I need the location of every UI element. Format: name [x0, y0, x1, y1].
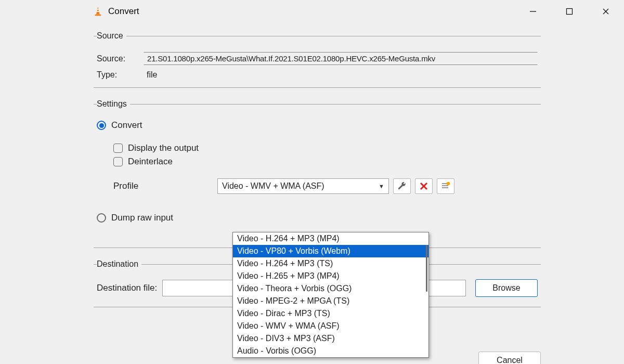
convert-radio-label: Convert	[111, 120, 142, 131]
titlebar: Convert	[0, 0, 624, 23]
profile-option[interactable]: Video - H.264 + MP3 (MP4)	[233, 232, 428, 245]
convert-dialog-window: Convert Source Source: 21.S01.1080p.x265…	[0, 0, 624, 364]
source-legend: Source	[97, 31, 126, 41]
source-value: 21.S01.1080p.x265-MeGusta\What.If.2021.S…	[144, 52, 538, 65]
profile-option[interactable]: Video - MPEG-2 + MPGA (TS)	[233, 295, 428, 307]
wrench-icon	[397, 181, 407, 191]
svg-rect-12	[442, 187, 448, 188]
cancel-button[interactable]: Cancel	[478, 352, 541, 364]
svg-rect-1	[97, 9, 99, 10]
profile-combobox[interactable]: Video - WMV + WMA (ASF) ▼	[217, 178, 389, 194]
window-title: Convert	[108, 6, 139, 17]
svg-point-13	[447, 182, 450, 185]
deinterlace-checkbox[interactable]	[113, 157, 123, 166]
svg-rect-11	[442, 185, 448, 186]
new-profile-button[interactable]	[437, 178, 454, 194]
svg-rect-5	[567, 9, 573, 15]
minimize-button[interactable]	[515, 0, 551, 23]
profile-option[interactable]: Video - VP80 + Vorbis (Webm)	[233, 245, 428, 257]
type-label: Type:	[97, 70, 144, 80]
profile-dropdown-list[interactable]: Video - H.264 + MP3 (MP4)Video - VP80 + …	[232, 232, 429, 358]
new-list-icon	[441, 181, 450, 191]
source-label: Source:	[97, 54, 144, 63]
deinterlace-label: Deinterlace	[128, 157, 173, 167]
destination-file-label: Destination file:	[97, 283, 157, 293]
window-controls	[515, 0, 624, 23]
profile-option[interactable]: Video - Theora + Vorbis (OGG)	[233, 282, 428, 295]
profile-label: Profile	[113, 181, 217, 191]
chevron-down-icon: ▼	[379, 183, 384, 189]
destination-legend: Destination	[97, 259, 141, 269]
edit-profile-button[interactable]	[393, 178, 411, 194]
profile-option[interactable]: Video - Dirac + MP3 (TS)	[233, 307, 428, 320]
dump-raw-radio[interactable]	[97, 213, 106, 223]
svg-rect-2	[97, 11, 99, 12]
scrollbar[interactable]	[426, 245, 427, 292]
display-output-checkbox[interactable]	[113, 144, 123, 153]
svg-rect-3	[95, 15, 101, 16]
profile-option[interactable]: Audio - Vorbis (OGG)	[233, 345, 428, 357]
vlc-cone-icon	[94, 6, 104, 17]
browse-button[interactable]: Browse	[475, 279, 538, 297]
profile-option[interactable]: Video - WMV + WMA (ASF)	[233, 320, 428, 332]
convert-radio[interactable]	[97, 121, 106, 130]
svg-marker-0	[96, 7, 100, 15]
source-group: Source Source: 21.S01.1080p.x265-MeGusta…	[94, 31, 541, 87]
settings-legend: Settings	[97, 99, 130, 109]
close-icon	[420, 182, 428, 190]
profile-option[interactable]: Video - H.265 + MP3 (MP4)	[233, 270, 428, 282]
profile-option[interactable]: Video - H.264 + MP3 (TS)	[233, 257, 428, 270]
type-value: file	[144, 70, 157, 80]
settings-group: Settings Convert Display the output Dein…	[94, 99, 541, 247]
maximize-button[interactable]	[551, 0, 588, 23]
profile-option[interactable]: Video - DIV3 + MP3 (ASF)	[233, 332, 428, 345]
dump-raw-label: Dump raw input	[111, 213, 173, 223]
display-output-label: Display the output	[128, 143, 199, 153]
profile-selected-value: Video - WMV + WMA (ASF)	[222, 181, 324, 191]
close-window-button[interactable]	[588, 0, 624, 23]
delete-profile-button[interactable]	[415, 178, 433, 194]
